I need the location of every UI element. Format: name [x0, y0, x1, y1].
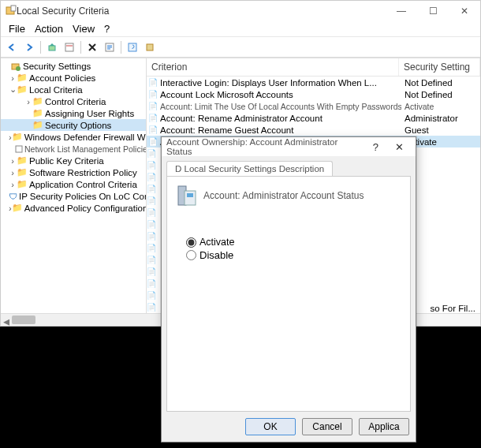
dialog-footer: OK Cancel Applica [162, 412, 416, 442]
ok-button[interactable]: OK [245, 418, 296, 435]
tree-item-software-restriction[interactable]: ›📁Software Restriction Policy [1, 166, 146, 178]
menu-view[interactable]: View [68, 23, 99, 35]
properties-dialog: Account Ownership: Account Administrator… [161, 136, 416, 442]
svg-rect-13 [187, 193, 193, 197]
dialog-titlebar: Account Ownership: Account Administrator… [162, 137, 416, 156]
grid-row[interactable]: 📄Account: Rename Guest AccountGuest [147, 124, 480, 136]
tree-item-ip-security[interactable]: 🛡IP Security Policies On LoC Computers [1, 190, 146, 202]
grid-tail-text: so For Fil... [430, 304, 475, 313]
tree-item-public-key[interactable]: ›📁Public Key Criteria [1, 155, 146, 166]
help-button[interactable] [125, 39, 140, 55]
dialog-header: Account: Administrator Account Status [203, 190, 364, 201]
up-button[interactable] [44, 39, 60, 55]
column-header-criterion[interactable]: Criterion [147, 58, 399, 76]
tree-item-assigning-user-rights[interactable]: 📁Assigning User Rights [1, 107, 146, 119]
radio-activate-input[interactable] [186, 237, 196, 248]
cancel-button[interactable]: Cancel [302, 418, 352, 435]
tree-item-network-list[interactable]: Network List Management Policies [1, 143, 146, 155]
tree-root-label: Security Settings [23, 62, 91, 71]
app-icon [6, 5, 17, 18]
radio-disable[interactable]: Disable [186, 249, 404, 261]
grid-row[interactable]: 📄Account: Limit The Use Of Local Account… [147, 100, 480, 112]
dialog-help-button[interactable]: ? [364, 141, 388, 153]
titlebar: Local Security Criteria — ☐ ✕ [1, 1, 480, 21]
menu-file[interactable]: File [4, 23, 30, 35]
close-button[interactable]: ✕ [449, 1, 480, 21]
svg-rect-1 [11, 6, 16, 11]
back-button[interactable] [4, 39, 20, 55]
column-header-setting[interactable]: Security Setting [399, 58, 480, 76]
delete-button[interactable] [84, 39, 100, 55]
menubar: File Action View ? [1, 21, 480, 37]
svg-rect-2 [49, 46, 55, 50]
properties-button[interactable] [62, 39, 77, 55]
grid-header: Criterion Security Setting [147, 58, 480, 77]
apply-button[interactable]: Applica [359, 418, 409, 435]
tree-item-account-policies[interactable]: ›📁Account Policies [1, 72, 146, 84]
grid-row[interactable]: 📄Account Lock Microsoft AccountsNot Defi… [147, 88, 480, 100]
tree-item-security-options[interactable]: 📁Security Options [1, 119, 146, 131]
refresh-button[interactable] [102, 39, 117, 55]
dialog-title: Account Ownership: Account Administrator… [166, 137, 364, 156]
svg-point-9 [16, 66, 21, 71]
forward-button[interactable] [21, 39, 37, 55]
maximize-button[interactable]: ☐ [417, 1, 449, 21]
tree-item-windows-defender[interactable]: ›📁Windows Defender Firewall With Secure [1, 131, 146, 143]
radio-activate[interactable]: Activate [186, 237, 404, 248]
toolbar [1, 37, 480, 58]
grid-row[interactable]: 📄Account: Rename Administrator AccountAd… [147, 112, 480, 124]
svg-rect-3 [65, 43, 73, 51]
menu-help[interactable]: ? [99, 23, 114, 35]
radio-disable-input[interactable] [186, 250, 196, 260]
svg-rect-7 [147, 44, 153, 50]
tree-root[interactable]: Security Settings [1, 60, 146, 72]
dialog-tab-description[interactable]: D Local Security Settings Description [166, 161, 333, 176]
export-button[interactable] [142, 39, 158, 55]
server-icon [173, 183, 199, 208]
dialog-body: Account: Administrator Account Status Ac… [166, 176, 411, 412]
grid-row[interactable]: 📄Interactive Login: Displays User Inform… [147, 77, 480, 88]
dialog-tabs: D Local Security Settings Description [162, 156, 416, 176]
menu-action[interactable]: Action [30, 23, 68, 35]
tree-item-application-control[interactable]: ›📁Application Control Criteria [1, 178, 146, 190]
tree-item-advanced-policy[interactable]: ›📁Advanced Policy Configuration [1, 202, 146, 214]
tree-item-control-criteria[interactable]: ›📁Control Criteria [1, 95, 146, 107]
tree-item-local-criteria[interactable]: ⌄📁Local Criteria [1, 84, 146, 95]
svg-rect-10 [16, 146, 22, 152]
dialog-close-button[interactable]: ✕ [387, 141, 411, 153]
svg-rect-12 [185, 191, 196, 205]
window-title: Local Security Criteria [17, 6, 109, 17]
tree-pane[interactable]: Security Settings ›📁Account Policies ⌄📁L… [1, 58, 147, 313]
minimize-button[interactable]: — [386, 1, 417, 21]
